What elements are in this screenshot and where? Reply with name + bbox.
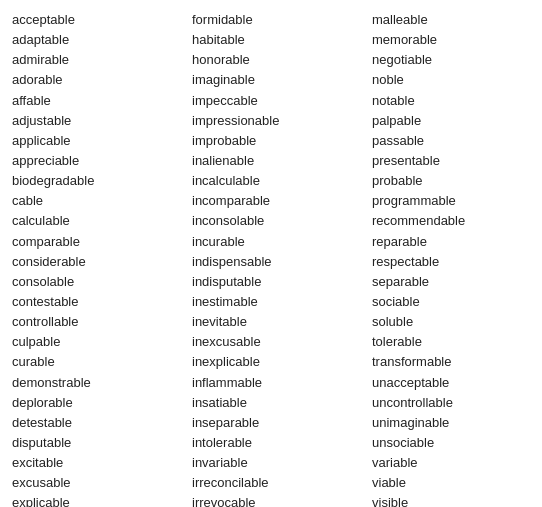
word-item: explicable [12, 493, 192, 507]
word-item: unimaginable [372, 413, 542, 433]
word-item: probable [372, 171, 542, 191]
word-item: comparable [12, 232, 192, 252]
word-columns-container: acceptableadaptableadmirableadorableaffa… [12, 10, 530, 507]
word-item: curable [12, 352, 192, 372]
word-item: indispensable [192, 252, 372, 272]
word-item: separable [372, 272, 542, 292]
word-item: negotiable [372, 50, 542, 70]
word-item: detestable [12, 413, 192, 433]
word-item: excitable [12, 453, 192, 473]
word-item: palpable [372, 111, 542, 131]
word-item: adjustable [12, 111, 192, 131]
word-item: respectable [372, 252, 542, 272]
word-item: visible [372, 493, 542, 507]
word-item: inestimable [192, 292, 372, 312]
word-item: habitable [192, 30, 372, 50]
column-1: acceptableadaptableadmirableadorableaffa… [12, 10, 192, 507]
word-item: appreciable [12, 151, 192, 171]
word-item: indisputable [192, 272, 372, 292]
column-3: malleablememorablenegotiablenoblenotable… [372, 10, 542, 507]
word-item: unsociable [372, 433, 542, 453]
word-item: irreconcilable [192, 473, 372, 493]
word-item: transformable [372, 352, 542, 372]
word-item: controllable [12, 312, 192, 332]
word-item: calculable [12, 211, 192, 231]
word-item: inexcusable [192, 332, 372, 352]
word-item: adorable [12, 70, 192, 90]
word-item: uncontrollable [372, 393, 542, 413]
word-item: inalienable [192, 151, 372, 171]
word-item: affable [12, 91, 192, 111]
word-item: excusable [12, 473, 192, 493]
word-item: tolerable [372, 332, 542, 352]
word-item: imaginable [192, 70, 372, 90]
word-item: memorable [372, 30, 542, 50]
word-item: passable [372, 131, 542, 151]
word-item: presentable [372, 151, 542, 171]
word-item: reparable [372, 232, 542, 252]
word-item: invariable [192, 453, 372, 473]
word-item: intolerable [192, 433, 372, 453]
word-item: acceptable [12, 10, 192, 30]
word-item: incalculable [192, 171, 372, 191]
word-item: notable [372, 91, 542, 111]
word-item: impeccable [192, 91, 372, 111]
word-item: considerable [12, 252, 192, 272]
word-item: inflammable [192, 373, 372, 393]
word-item: formidable [192, 10, 372, 30]
word-item: noble [372, 70, 542, 90]
word-item: consolable [12, 272, 192, 292]
word-item: sociable [372, 292, 542, 312]
word-item: incomparable [192, 191, 372, 211]
word-item: adaptable [12, 30, 192, 50]
word-item: admirable [12, 50, 192, 70]
word-item: recommendable [372, 211, 542, 231]
word-item: applicable [12, 131, 192, 151]
word-item: insatiable [192, 393, 372, 413]
word-item: variable [372, 453, 542, 473]
word-item: honorable [192, 50, 372, 70]
word-item: biodegradable [12, 171, 192, 191]
word-item: deplorable [12, 393, 192, 413]
word-item: incurable [192, 232, 372, 252]
word-item: inseparable [192, 413, 372, 433]
word-item: contestable [12, 292, 192, 312]
word-item: soluble [372, 312, 542, 332]
word-item: viable [372, 473, 542, 493]
word-item: programmable [372, 191, 542, 211]
column-2: formidablehabitablehonorableimaginableim… [192, 10, 372, 507]
word-item: improbable [192, 131, 372, 151]
word-item: irrevocable [192, 493, 372, 507]
word-item: culpable [12, 332, 192, 352]
word-item: cable [12, 191, 192, 211]
word-item: demonstrable [12, 373, 192, 393]
word-item: inconsolable [192, 211, 372, 231]
word-item: inevitable [192, 312, 372, 332]
word-item: malleable [372, 10, 542, 30]
word-item: impressionable [192, 111, 372, 131]
word-item: unacceptable [372, 373, 542, 393]
word-item: disputable [12, 433, 192, 453]
word-item: inexplicable [192, 352, 372, 372]
